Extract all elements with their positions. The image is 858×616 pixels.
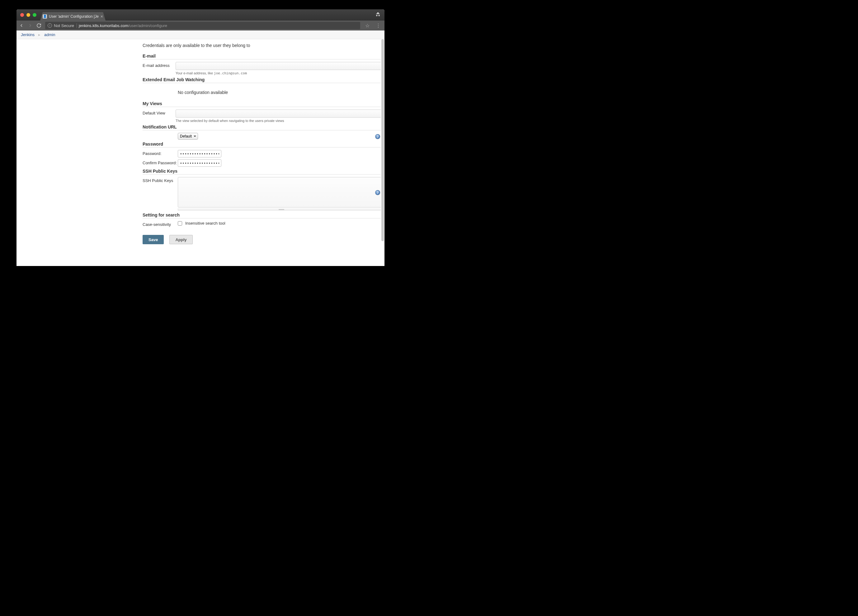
default-view-input[interactable] <box>176 110 381 118</box>
email-help: Your e-mail address, like joe.chin@sun.c… <box>176 71 381 75</box>
tab-title: User 'admin' Configuration [Je <box>49 14 101 19</box>
help-icon[interactable]: ? <box>375 190 380 195</box>
titlebar: 👤 User 'admin' Configuration [Je × <box>17 9 384 20</box>
save-button[interactable]: Save <box>143 235 164 244</box>
confirm-password-input[interactable] <box>178 159 221 167</box>
reload-button[interactable] <box>36 23 41 28</box>
notification-url-select[interactable]: Default <box>178 133 198 140</box>
security-status: Not Secure <box>54 23 77 28</box>
forward-button[interactable] <box>28 23 33 28</box>
browser-window: 👤 User 'admin' Configuration [Je × i Not… <box>17 9 384 266</box>
apply-button[interactable]: Apply <box>169 235 193 244</box>
page-content: Credentials are only available to the us… <box>17 39 381 266</box>
close-tab-icon[interactable]: × <box>101 14 103 19</box>
section-my-views-title: My Views <box>143 101 381 107</box>
minimize-window-button[interactable] <box>26 13 30 17</box>
insensitive-search-label: Insensitive search tool <box>185 221 225 225</box>
breadcrumb-separator-icon: ▸ <box>38 33 40 37</box>
ssh-label: SSH Public Keys <box>143 177 178 183</box>
close-window-button[interactable] <box>20 13 24 17</box>
section-extended-email-title: Extended Email Job Watching <box>143 77 381 83</box>
window-controls <box>17 13 36 17</box>
scrollbar[interactable] <box>381 39 384 259</box>
url-host: jenkins.k8s.kumorilabs.com <box>79 23 128 28</box>
email-label: E-mail address <box>143 62 176 68</box>
section-notification-url-title: Notification URL <box>143 124 381 130</box>
maximize-window-button[interactable] <box>33 13 36 17</box>
breadcrumb-jenkins[interactable]: Jenkins <box>21 33 34 37</box>
password-label: Password: <box>143 150 178 156</box>
section-search-title: Setting for search <box>143 213 381 219</box>
insensitive-search-checkbox[interactable] <box>178 221 182 225</box>
info-icon[interactable]: i <box>48 23 52 28</box>
textarea-resize-handle[interactable] <box>178 208 381 211</box>
section-password-title: Password <box>143 141 381 147</box>
ssh-textarea[interactable] <box>178 177 381 208</box>
browser-tab[interactable]: 👤 User 'admin' Configuration [Je × <box>40 12 106 20</box>
browser-toolbar: i Not Secure jenkins.k8s.kumorilabs.com/… <box>17 20 384 31</box>
password-input[interactable] <box>178 150 221 157</box>
bookmark-star-icon[interactable]: ☆ <box>364 23 371 29</box>
case-sensitivity-label: Case-sensitivity <box>143 221 178 227</box>
extended-email-message: No configuration available <box>178 85 381 99</box>
url-path: /user/admin/configure <box>128 23 167 28</box>
jenkins-favicon: 👤 <box>43 14 47 19</box>
incognito-icon <box>375 12 381 19</box>
browser-menu-icon[interactable]: ⋮ <box>375 23 382 29</box>
breadcrumb-admin[interactable]: admin <box>44 33 55 37</box>
address-bar[interactable]: i Not Secure jenkins.k8s.kumorilabs.com/… <box>45 22 360 29</box>
confirm-password-label: Confirm Password: <box>143 159 178 165</box>
breadcrumb: Jenkins ▸ admin <box>17 31 384 39</box>
section-email-title: E-mail <box>143 54 381 59</box>
default-view-help: The view selected by default when naviga… <box>176 119 381 123</box>
back-button[interactable] <box>19 23 24 28</box>
scrollbar-thumb[interactable] <box>381 39 384 241</box>
help-icon[interactable]: ? <box>375 134 380 139</box>
credentials-note: Credentials are only available to the us… <box>143 43 381 48</box>
section-ssh-title: SSH Public Keys <box>143 169 381 175</box>
default-view-label: Default View <box>143 110 176 115</box>
email-input[interactable] <box>176 62 381 70</box>
